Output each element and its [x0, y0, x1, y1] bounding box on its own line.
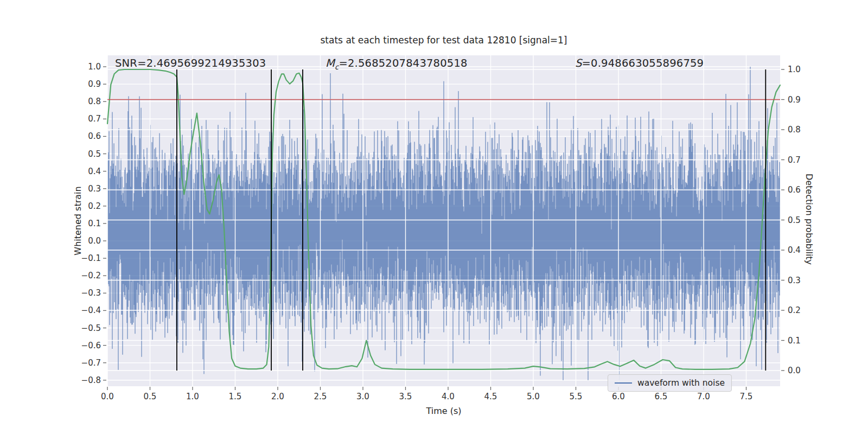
x-tick-label: 3.5: [399, 392, 412, 401]
y-left-tick-label: 0.6: [88, 131, 101, 141]
y-right-tick-label: 0.6: [788, 185, 801, 195]
y-left-tick-label: 0.2: [88, 201, 101, 211]
y-left-tick-label: 0.3: [88, 184, 101, 194]
y-right-tick-label: 0.3: [788, 276, 801, 285]
legend-label: waveform with noise: [637, 378, 725, 388]
y-left-tick-label: −0.1: [81, 253, 101, 263]
x-tick-label: 1.0: [186, 392, 199, 401]
y-left-tick-label: −0.8: [81, 375, 101, 385]
y-right-tick-label: 0.7: [788, 155, 801, 165]
x-tick-label: 1.5: [229, 392, 242, 401]
y-right-tick-label: 0.1: [788, 336, 801, 346]
x-tick-label: 0.5: [144, 392, 157, 401]
figure: 1.00.90.80.70.60.50.40.30.20.10.0−0.1−0.…: [0, 0, 868, 434]
annotation-value: =2.5685207843780518: [339, 57, 467, 69]
y-left-tick-label: −0.5: [81, 323, 101, 333]
x-tick-label: 6.0: [612, 392, 625, 401]
annotation-value: =2.4695699214935303: [137, 57, 266, 69]
y-right-axis-label: Detection probability: [804, 174, 814, 265]
x-tick-label: 3.0: [356, 392, 369, 401]
y-left-tick-label: −0.3: [81, 288, 101, 298]
legend: waveform with noise: [608, 374, 732, 392]
x-tick-label: 7.0: [697, 392, 710, 401]
x-tick-label: 2.0: [271, 392, 284, 401]
y-right-tick-label: 0.2: [788, 305, 801, 315]
y-right-tick-label: 1.0: [788, 65, 801, 74]
annotation-snr: SNR=2.4695699214935303: [115, 57, 266, 69]
y-right-tick-label: 0.5: [788, 215, 801, 225]
y-right-tick-label: 0.8: [788, 125, 801, 135]
annotation-label: M: [326, 57, 335, 69]
x-tick-label: 4.5: [484, 392, 497, 401]
x-tick-label: 5.0: [527, 392, 540, 401]
x-tick-label: 2.5: [314, 392, 327, 401]
y-right-tick-label: 0.9: [788, 95, 801, 105]
annotation-value: =0.948663055896759: [582, 57, 704, 69]
y-left-tick-label: 0.4: [88, 167, 101, 176]
plot-title: stats at each timestep for test data 128…: [107, 35, 780, 46]
y-left-tick-label: −0.4: [81, 305, 101, 315]
y-left-axis-label: Whitened strain: [73, 186, 83, 255]
y-left-tick-label: 0.5: [88, 149, 101, 159]
y-left-tick-label: 1.0: [88, 62, 101, 72]
y-left-tick-label: −0.6: [81, 341, 101, 350]
x-tick-label: 5.5: [570, 392, 583, 401]
legend-line-swatch: [615, 382, 632, 384]
x-tick-label: 7.5: [740, 392, 753, 401]
y-left-tick-label: 0.9: [88, 79, 101, 89]
x-tick-label: 0.0: [101, 392, 114, 401]
y-left-tick-label: 0.7: [88, 114, 101, 124]
x-axis-label: Time (s): [107, 406, 780, 416]
y-left-tick-label: −0.2: [81, 271, 101, 280]
y-left-tick-label: −0.7: [81, 358, 101, 368]
y-left-tick-label: 0.1: [88, 219, 101, 228]
x-tick-label: 6.5: [655, 392, 668, 401]
annotation-chirp-mass: Mc=2.5685207843780518: [326, 57, 468, 71]
y-right-tick-label: 0.4: [788, 245, 801, 255]
x-tick-label: 4.0: [442, 392, 455, 401]
y-right-tick-label: 0.0: [788, 366, 801, 375]
annotation-label: S: [575, 57, 582, 69]
y-left-tick-label: 0.0: [88, 236, 101, 246]
annotation-significance: S=0.948663055896759: [575, 57, 704, 69]
annotation-label: SNR: [115, 57, 137, 69]
y-left-tick-label: 0.8: [88, 97, 101, 106]
